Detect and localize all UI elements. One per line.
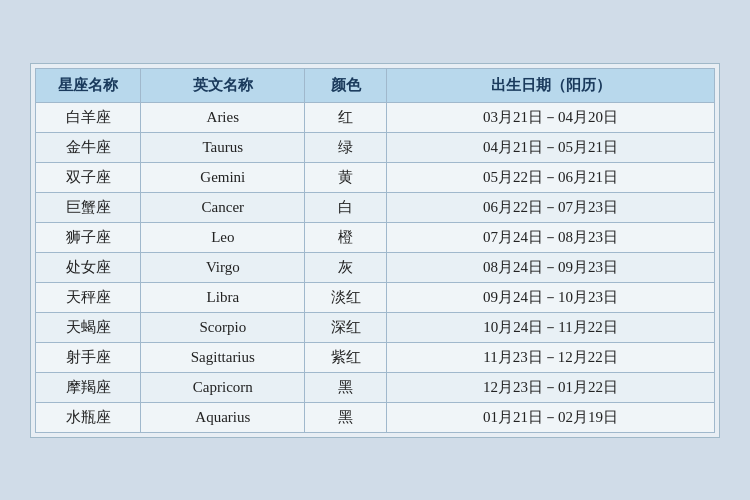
cell-date: 04月21日－05月21日 [387,132,715,162]
cell-color: 绿 [305,132,387,162]
cell-date: 08月24日－09月23日 [387,252,715,282]
zodiac-table: 星座名称 英文名称 颜色 出生日期（阳历） 白羊座Aries红03月21日－04… [35,68,715,433]
cell-date: 12月23日－01月22日 [387,372,715,402]
cell-date: 03月21日－04月20日 [387,102,715,132]
cell-date: 07月24日－08月23日 [387,222,715,252]
cell-english: Aquarius [141,402,305,432]
cell-chinese: 天蝎座 [36,312,141,342]
table-row: 天蝎座Scorpio深红10月24日－11月22日 [36,312,715,342]
cell-color: 黑 [305,402,387,432]
cell-color: 紫红 [305,342,387,372]
cell-english: Scorpio [141,312,305,342]
cell-english: Sagittarius [141,342,305,372]
table-header-row: 星座名称 英文名称 颜色 出生日期（阳历） [36,68,715,102]
header-color: 颜色 [305,68,387,102]
cell-date: 05月22日－06月21日 [387,162,715,192]
header-date: 出生日期（阳历） [387,68,715,102]
table-row: 金牛座Taurus绿04月21日－05月21日 [36,132,715,162]
cell-chinese: 天秤座 [36,282,141,312]
cell-english: Taurus [141,132,305,162]
cell-color: 黑 [305,372,387,402]
cell-chinese: 处女座 [36,252,141,282]
table-row: 白羊座Aries红03月21日－04月20日 [36,102,715,132]
cell-date: 01月21日－02月19日 [387,402,715,432]
cell-color: 黄 [305,162,387,192]
cell-english: Capricorn [141,372,305,402]
table-row: 狮子座Leo橙07月24日－08月23日 [36,222,715,252]
cell-color: 白 [305,192,387,222]
cell-color: 深红 [305,312,387,342]
cell-chinese: 水瓶座 [36,402,141,432]
cell-chinese: 摩羯座 [36,372,141,402]
table-row: 水瓶座Aquarius黑01月21日－02月19日 [36,402,715,432]
cell-color: 淡红 [305,282,387,312]
cell-date: 09月24日－10月23日 [387,282,715,312]
cell-chinese: 射手座 [36,342,141,372]
cell-chinese: 双子座 [36,162,141,192]
table-row: 射手座Sagittarius紫红11月23日－12月22日 [36,342,715,372]
cell-english: Virgo [141,252,305,282]
header-english: 英文名称 [141,68,305,102]
cell-date: 10月24日－11月22日 [387,312,715,342]
cell-chinese: 狮子座 [36,222,141,252]
table-row: 天秤座Libra淡红09月24日－10月23日 [36,282,715,312]
table-row: 摩羯座Capricorn黑12月23日－01月22日 [36,372,715,402]
cell-date: 06月22日－07月23日 [387,192,715,222]
header-chinese: 星座名称 [36,68,141,102]
cell-color: 红 [305,102,387,132]
cell-chinese: 白羊座 [36,102,141,132]
table-row: 巨蟹座Cancer白06月22日－07月23日 [36,192,715,222]
table-row: 处女座Virgo灰08月24日－09月23日 [36,252,715,282]
cell-color: 橙 [305,222,387,252]
zodiac-table-container: 星座名称 英文名称 颜色 出生日期（阳历） 白羊座Aries红03月21日－04… [30,63,720,438]
cell-english: Libra [141,282,305,312]
cell-english: Cancer [141,192,305,222]
table-row: 双子座Gemini黄05月22日－06月21日 [36,162,715,192]
cell-english: Gemini [141,162,305,192]
cell-color: 灰 [305,252,387,282]
cell-english: Aries [141,102,305,132]
cell-date: 11月23日－12月22日 [387,342,715,372]
cell-english: Leo [141,222,305,252]
cell-chinese: 巨蟹座 [36,192,141,222]
cell-chinese: 金牛座 [36,132,141,162]
